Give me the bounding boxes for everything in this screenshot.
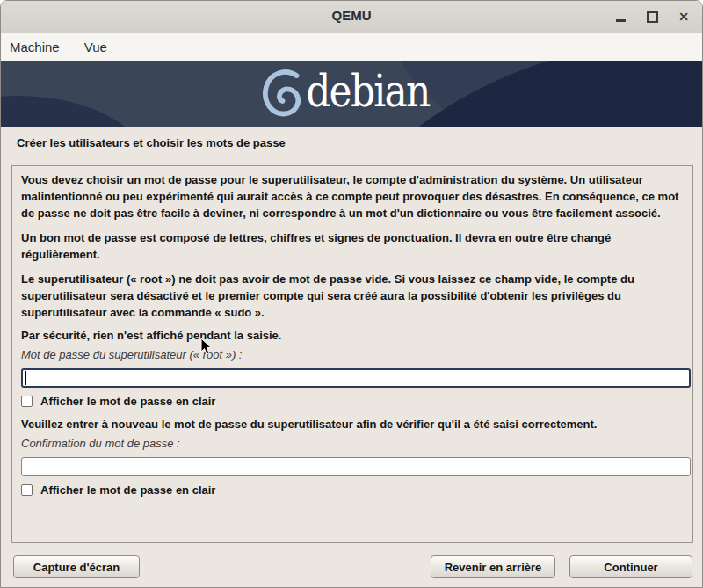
minimize-button[interactable] xyxy=(611,7,630,26)
confirm-intro-paragraph: Veuillez entrer à nouveau le mot de pass… xyxy=(21,416,684,432)
intro-paragraph-2: Un bon mot de passe est composé de lettr… xyxy=(21,229,684,263)
intro-paragraph-3: Le superutilisateur (« root ») ne doit p… xyxy=(21,271,684,321)
close-icon: ✕ xyxy=(678,11,689,23)
confirm-password-wrap xyxy=(21,457,684,476)
debian-wordmark: debian xyxy=(306,69,429,119)
show-password-checkbox-1[interactable] xyxy=(21,396,33,407)
go-back-button[interactable]: Revenir en arrière xyxy=(431,555,555,578)
confirm-password-label: Confirmation du mot de passe : xyxy=(21,436,684,452)
show-password-label-2: Afficher le mot de passe en clair xyxy=(40,483,215,497)
show-password-checkbox-2[interactable] xyxy=(21,484,33,496)
window-title: QEMU xyxy=(1,8,702,23)
window-controls: ✕ xyxy=(611,1,693,33)
titlebar[interactable]: QEMU ✕ xyxy=(1,1,702,33)
debian-swirl-icon xyxy=(258,69,304,120)
minimize-icon xyxy=(616,19,626,22)
intro-paragraph-1: Vous devez choisir un mot de passe pour … xyxy=(21,171,684,221)
maximize-icon xyxy=(647,11,658,23)
menu-vue[interactable]: Vue xyxy=(76,36,116,58)
menu-machine[interactable]: Machine xyxy=(10,36,69,58)
installer-content: Créer les utilisateurs et choisir les mo… xyxy=(1,127,702,588)
qemu-window: QEMU ✕ Machine Vue xyxy=(0,0,703,588)
continue-button[interactable]: Continuer xyxy=(569,555,692,578)
installer-panel: Vous devez choisir un mot de passe pour … xyxy=(11,165,693,543)
menubar: Machine Vue xyxy=(1,33,702,61)
confirm-password-input[interactable] xyxy=(21,457,691,476)
page-title: Créer les utilisateurs et choisir les mo… xyxy=(17,136,286,149)
text-caret xyxy=(25,371,26,385)
screenshot-button[interactable]: Capture d'écran xyxy=(13,555,140,578)
maximize-button[interactable] xyxy=(642,7,662,26)
root-password-input[interactable] xyxy=(21,368,691,388)
security-note: Par sécurité, rien n'est affiché pendant… xyxy=(21,328,684,344)
show-password-row-1[interactable]: Afficher le mot de passe en clair xyxy=(21,394,684,408)
close-button[interactable]: ✕ xyxy=(674,7,693,26)
root-password-wrap xyxy=(21,368,684,388)
debian-banner: debian xyxy=(1,61,703,127)
root-password-label: Mot de passe du superutilisateur (« root… xyxy=(21,347,684,363)
debian-logo: debian xyxy=(258,69,446,120)
show-password-label-1: Afficher le mot de passe en clair xyxy=(40,395,215,408)
show-password-row-2[interactable]: Afficher le mot de passe en clair xyxy=(21,483,684,497)
